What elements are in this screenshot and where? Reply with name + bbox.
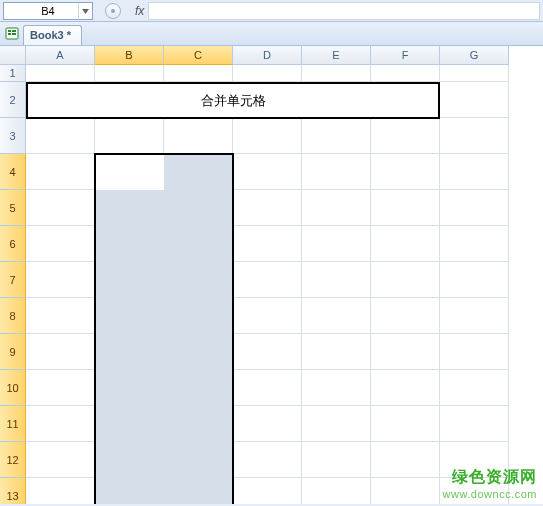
cell[interactable]: [164, 118, 233, 154]
row-header-5[interactable]: 5: [0, 190, 26, 226]
cell[interactable]: [233, 370, 302, 406]
cell[interactable]: [440, 226, 509, 262]
cell[interactable]: [440, 334, 509, 370]
col-header-C[interactable]: C: [164, 46, 233, 65]
cell[interactable]: [371, 442, 440, 478]
expand-formula-button[interactable]: [105, 3, 121, 19]
cell[interactable]: [371, 190, 440, 226]
cell[interactable]: [233, 442, 302, 478]
cell[interactable]: [233, 154, 302, 190]
formula-bar-row: B4 fx: [0, 0, 543, 22]
cell[interactable]: [440, 82, 509, 118]
cell[interactable]: [26, 442, 95, 478]
select-all-corner[interactable]: [0, 46, 26, 65]
cell[interactable]: [95, 65, 164, 82]
col-header-A[interactable]: A: [26, 46, 95, 65]
row-header-11[interactable]: 11: [0, 406, 26, 442]
cell[interactable]: [26, 370, 95, 406]
cell[interactable]: [233, 118, 302, 154]
spreadsheet-grid[interactable]: A B C D E F G 1 2 3 4 5 6 7 8 9 10 11 12…: [0, 46, 543, 504]
cell[interactable]: [164, 65, 233, 82]
cell[interactable]: [233, 478, 302, 504]
cell[interactable]: [440, 154, 509, 190]
cell[interactable]: [440, 442, 509, 478]
cell[interactable]: [233, 262, 302, 298]
cell[interactable]: [233, 298, 302, 334]
name-box-dropdown[interactable]: [78, 3, 92, 21]
cell[interactable]: [371, 65, 440, 82]
cell[interactable]: [26, 478, 95, 504]
col-header-E[interactable]: E: [302, 46, 371, 65]
cell[interactable]: [440, 190, 509, 226]
tab-book3[interactable]: Book3 *: [23, 25, 82, 45]
cell[interactable]: [440, 262, 509, 298]
cell[interactable]: [26, 118, 95, 154]
column-headers: A B C D E F G: [26, 46, 509, 65]
cell[interactable]: [233, 190, 302, 226]
cell[interactable]: [440, 298, 509, 334]
col-header-D[interactable]: D: [233, 46, 302, 65]
formula-input[interactable]: [148, 2, 540, 20]
cell[interactable]: [302, 154, 371, 190]
cell[interactable]: [26, 334, 95, 370]
cell[interactable]: [26, 262, 95, 298]
cell[interactable]: [26, 190, 95, 226]
cell[interactable]: [371, 118, 440, 154]
cell[interactable]: [440, 478, 509, 504]
col-header-G[interactable]: G: [440, 46, 509, 65]
row-header-6[interactable]: 6: [0, 226, 26, 262]
cell[interactable]: [302, 370, 371, 406]
cell[interactable]: [302, 226, 371, 262]
cell[interactable]: [302, 190, 371, 226]
cell[interactable]: [371, 262, 440, 298]
row-header-9[interactable]: 9: [0, 334, 26, 370]
row-header-12[interactable]: 12: [0, 442, 26, 478]
cell[interactable]: [371, 370, 440, 406]
cell[interactable]: [302, 118, 371, 154]
cell[interactable]: [302, 478, 371, 504]
cell[interactable]: [440, 370, 509, 406]
cell[interactable]: [26, 298, 95, 334]
cell[interactable]: [302, 65, 371, 82]
col-header-B[interactable]: B: [95, 46, 164, 65]
row-header-10[interactable]: 10: [0, 370, 26, 406]
cell[interactable]: [26, 406, 95, 442]
cells-layer: 合并单元格: [26, 65, 509, 504]
fx-icon[interactable]: fx: [135, 4, 144, 18]
name-box-value: B4: [41, 5, 54, 17]
row-header-4[interactable]: 4: [0, 154, 26, 190]
cell[interactable]: [302, 298, 371, 334]
cell[interactable]: [233, 226, 302, 262]
row-header-7[interactable]: 7: [0, 262, 26, 298]
cell[interactable]: [302, 442, 371, 478]
cell[interactable]: [371, 406, 440, 442]
cell[interactable]: [440, 118, 509, 154]
cell[interactable]: [371, 226, 440, 262]
cell[interactable]: [233, 406, 302, 442]
cell[interactable]: [26, 226, 95, 262]
workbook-icon: [4, 25, 20, 41]
row-header-13[interactable]: 13: [0, 478, 26, 504]
merged-cell-A2F2[interactable]: 合并单元格: [26, 82, 440, 119]
row-header-1[interactable]: 1: [0, 65, 26, 82]
cell[interactable]: [371, 154, 440, 190]
cell[interactable]: [302, 334, 371, 370]
cell[interactable]: [26, 65, 95, 82]
cell[interactable]: [440, 65, 509, 82]
row-header-3[interactable]: 3: [0, 118, 26, 154]
row-header-2[interactable]: 2: [0, 82, 26, 118]
row-header-8[interactable]: 8: [0, 298, 26, 334]
row-headers: 1 2 3 4 5 6 7 8 9 10 11 12 13: [0, 65, 26, 504]
cell[interactable]: [371, 478, 440, 504]
cell[interactable]: [233, 65, 302, 82]
cell[interactable]: [26, 154, 95, 190]
name-box[interactable]: B4: [3, 2, 93, 20]
cell[interactable]: [302, 262, 371, 298]
cell[interactable]: [440, 406, 509, 442]
cell[interactable]: [302, 406, 371, 442]
cell[interactable]: [95, 118, 164, 154]
cell[interactable]: [371, 298, 440, 334]
cell[interactable]: [233, 334, 302, 370]
col-header-F[interactable]: F: [371, 46, 440, 65]
cell[interactable]: [371, 334, 440, 370]
